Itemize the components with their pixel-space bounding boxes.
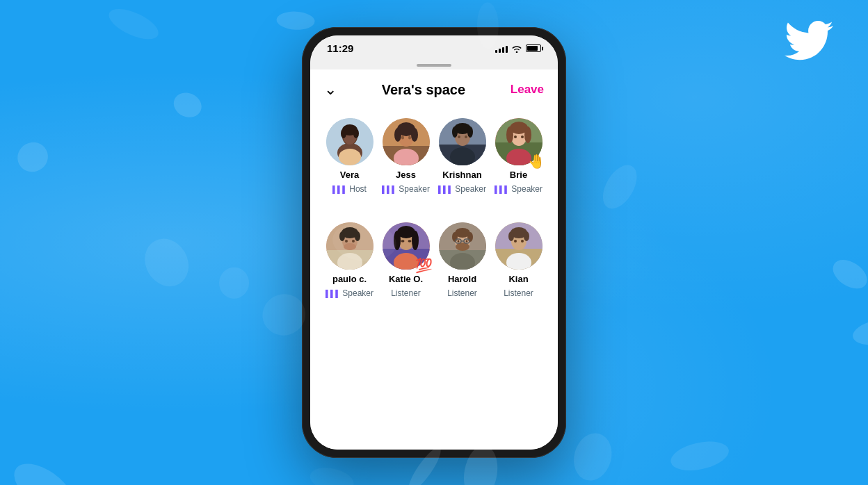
brie-wave-emoji: 🤚	[528, 154, 545, 168]
participant-role-katie: Listener	[391, 288, 421, 298]
svg-point-26	[465, 135, 467, 138]
svg-point-66	[457, 240, 459, 243]
katie-100-emoji: 💯	[415, 258, 433, 272]
participant-name-kian: Kian	[508, 274, 528, 284]
participant-name-brie: Brie	[510, 170, 527, 180]
avatar-harold	[439, 222, 486, 270]
participant-role-vera: ▌▌▌ Host	[332, 184, 367, 194]
participant-jess[interactable]: Jess ▌▌▌ Speaker	[380, 118, 431, 194]
space-title: Vera's space	[382, 82, 465, 98]
svg-point-42	[355, 231, 360, 241]
svg-point-60	[452, 232, 458, 242]
row-divider	[324, 208, 544, 208]
avatar-container-vera	[326, 118, 373, 165]
participant-kian[interactable]: Kian Listener	[493, 222, 544, 298]
participant-role-krishnan: ▌▌▌ Speaker	[438, 184, 486, 194]
leave-button[interactable]: Leave	[511, 83, 544, 97]
participant-name-paulo: paulo c.	[332, 274, 367, 284]
participant-paulo[interactable]: paulo c. ▌▌▌ Speaker	[324, 222, 375, 298]
svg-point-52	[412, 231, 419, 250]
participant-harold[interactable]: Harold Listener	[437, 222, 488, 298]
participant-name-harold: Harold	[448, 274, 476, 284]
svg-point-54	[408, 240, 411, 243]
svg-point-45	[352, 240, 355, 243]
twitter-logo-icon	[785, 21, 833, 60]
avatar-container-kian	[495, 222, 542, 270]
svg-point-8	[353, 129, 359, 138]
participant-role-brie: ▌▌▌ Speaker	[495, 184, 542, 194]
avatar-container-harold	[439, 222, 486, 270]
svg-point-73	[508, 231, 514, 241]
svg-point-14	[394, 128, 401, 142]
notch-pill	[417, 64, 451, 67]
mic-icon-brie: ▌▌▌	[495, 186, 509, 193]
svg-point-74	[524, 231, 529, 241]
svg-point-75	[514, 240, 517, 243]
participant-name-jess: Jess	[396, 170, 416, 180]
role-label-brie: Speaker	[511, 184, 542, 194]
participant-krishnan[interactable]: Krishnan ▌▌▌ Speaker	[437, 118, 488, 194]
participant-role-kian: Listener	[504, 288, 533, 298]
svg-point-53	[401, 240, 404, 243]
svg-point-41	[339, 231, 345, 241]
avatar-paulo	[326, 222, 373, 270]
mic-icon-paulo: ▌▌▌	[326, 290, 340, 297]
participant-role-jess: ▌▌▌ Speaker	[382, 184, 430, 194]
role-label-vera: Host	[349, 184, 367, 194]
status-bar: 11:29	[310, 35, 558, 60]
avatar-jess	[383, 118, 430, 165]
battery-icon	[526, 44, 541, 52]
status-icons	[495, 44, 541, 53]
svg-point-51	[394, 231, 401, 250]
role-label-kian: Listener	[504, 288, 533, 298]
signal-icon	[495, 44, 508, 53]
role-label-paulo: Speaker	[342, 288, 373, 298]
participant-name-krishnan: Krishnan	[442, 170, 481, 180]
participant-name-vera: Vera	[340, 170, 359, 180]
svg-point-76	[521, 240, 524, 243]
svg-point-67	[465, 240, 467, 243]
participant-brie[interactable]: 🤚 Brie ▌▌▌ Speaker	[493, 118, 544, 194]
role-label-krishnan: Speaker	[455, 184, 486, 194]
avatar-container-krishnan	[439, 118, 486, 165]
avatar-container-katie: 💯	[383, 222, 430, 270]
mic-icon-jess: ▌▌▌	[382, 186, 396, 193]
app-content: ⌄ Vera's space Leave	[310, 69, 558, 450]
svg-point-17	[408, 136, 411, 140]
svg-point-43	[344, 243, 356, 250]
role-label-katie: Listener	[391, 288, 421, 298]
mic-icon-krishnan: ▌▌▌	[438, 186, 453, 193]
svg-point-4	[339, 149, 361, 165]
avatar-kian	[495, 222, 542, 270]
avatar-vera	[326, 118, 373, 165]
participant-role-paulo: ▌▌▌ Speaker	[326, 288, 373, 298]
participant-role-harold: Listener	[447, 288, 477, 298]
svg-point-25	[458, 135, 460, 138]
svg-point-32	[506, 126, 513, 143]
mic-icon-vera: ▌▌▌	[332, 186, 347, 193]
avatar-container-paulo	[326, 222, 373, 270]
phone-screen: 11:29	[310, 35, 558, 450]
avatar-container-brie: 🤚	[495, 118, 542, 165]
minimize-button[interactable]: ⌄	[324, 81, 337, 99]
svg-point-44	[345, 240, 348, 243]
wifi-icon	[511, 44, 522, 53]
role-label-harold: Listener	[447, 288, 477, 298]
phone-frame: 11:29	[302, 27, 566, 458]
status-time: 11:29	[327, 42, 353, 54]
participant-vera[interactable]: Vera ▌▌▌ Host	[324, 118, 375, 194]
svg-point-34	[514, 135, 517, 138]
participants-grid: Vera ▌▌▌ Host	[324, 113, 544, 298]
participant-katie[interactable]: 💯 Katie O. Listener	[380, 222, 431, 298]
svg-point-33	[524, 126, 531, 143]
participant-name-katie: Katie O.	[389, 274, 423, 284]
svg-point-16	[401, 136, 404, 140]
svg-point-62	[456, 243, 469, 251]
svg-point-24	[467, 126, 473, 138]
svg-point-35	[521, 135, 524, 138]
avatar-container-jess	[383, 118, 430, 165]
svg-point-23	[452, 126, 458, 138]
svg-point-61	[467, 232, 473, 242]
svg-point-15	[411, 128, 418, 142]
svg-point-7	[341, 129, 346, 138]
